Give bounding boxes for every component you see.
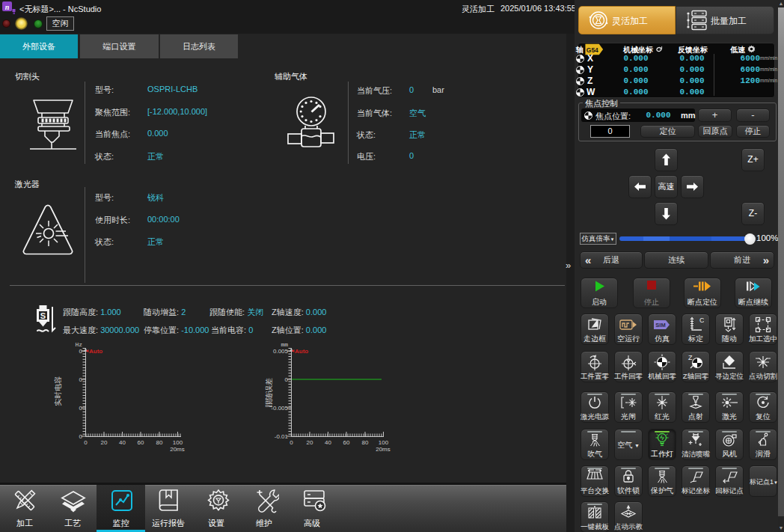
svg-text:Z: Z	[688, 354, 693, 361]
svg-text:80: 80	[362, 439, 369, 446]
svg-text:100: 100	[379, 439, 389, 446]
svg-text:20: 20	[101, 439, 108, 446]
svg-text:60: 60	[138, 439, 144, 446]
svg-text:0: 0	[79, 433, 83, 440]
svg-text:Auto: Auto	[295, 348, 308, 355]
svg-text:C: C	[699, 317, 704, 324]
svg-text:100: 100	[173, 439, 183, 446]
svg-text:0: 0	[79, 405, 83, 412]
svg-text:0: 0	[290, 439, 293, 446]
svg-text:0: 0	[79, 376, 83, 383]
svg-text:S: S	[40, 311, 46, 320]
svg-text:0.005: 0.005	[273, 348, 289, 355]
svg-text:0: 0	[84, 439, 88, 446]
svg-text:n: n	[5, 3, 10, 11]
svg-text:40: 40	[119, 439, 126, 446]
svg-text:40: 40	[325, 439, 331, 446]
svg-text:Auto: Auto	[89, 348, 102, 355]
svg-text:0: 0	[79, 348, 83, 355]
svg-text:80: 80	[156, 439, 163, 446]
svg-text:mm: mm	[281, 341, 288, 348]
svg-text:SIM: SIM	[655, 322, 665, 328]
svg-text:Hz: Hz	[75, 341, 82, 348]
svg-text:20ms: 20ms	[170, 446, 185, 453]
svg-text:20: 20	[307, 439, 313, 446]
svg-text:20ms: 20ms	[376, 446, 391, 453]
svg-text:-0.01: -0.01	[275, 433, 289, 440]
svg-text:60: 60	[343, 439, 350, 446]
